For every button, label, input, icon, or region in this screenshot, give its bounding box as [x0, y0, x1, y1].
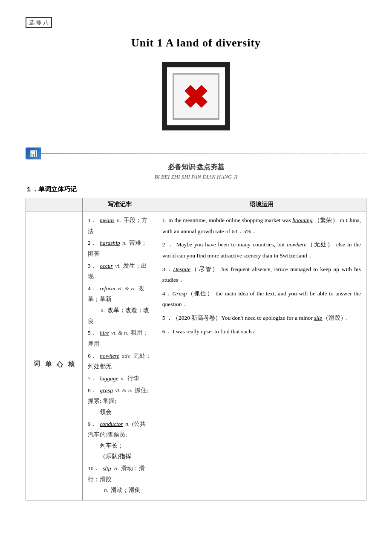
vocab-item-2: 2． hardship n. 苦难；困苦	[88, 237, 152, 259]
col-empty-header	[26, 198, 83, 211]
context-item-2: 2 ． Maybe you have been to many countrie…	[162, 239, 361, 261]
col2-header: 语境运用	[157, 198, 366, 211]
vocab-item-7: 7． luggage n. 行李	[88, 373, 152, 384]
vocab-item-6: 6． nowhere adv. 无处；到处都无	[88, 350, 152, 372]
header-stamp: 选 修 八	[26, 17, 366, 28]
section-icon: 📊	[26, 147, 41, 159]
fill-grasp: Grasp	[172, 290, 187, 297]
vocab-item-3: 3． occur vi. 发生；出现	[88, 260, 152, 282]
vocab-word-2: hardship	[100, 240, 120, 246]
context-item-5: 5 ．（2020·新高考卷）You don't need to apologiz…	[162, 312, 361, 324]
col1-header: 写准记牢	[83, 198, 157, 211]
fill-despite: Despite	[173, 266, 190, 272]
section-icon-symbol: 📊	[30, 150, 37, 157]
vocab-table: 写准记牢 语境运用 核心单词 1． means n. 手段；方法 2． hard…	[26, 198, 366, 500]
row-header-label: 核心单词	[26, 211, 83, 500]
context-item-4: 4．Grasp（抓住） the main idea of the text, a…	[162, 288, 361, 310]
vocab-word-3: occur	[100, 263, 113, 269]
vocab-item-8: 8． grasp vt. & n. 抓住; 抓紧; 掌握; 领会	[88, 385, 152, 418]
vocab-row: 核心单词 1． means n. 手段；方法 2． hardship n. 苦难…	[26, 211, 366, 500]
context-cell: 1. In the meantime, mobile online shoppi…	[157, 211, 366, 500]
section-title-cn: 必备知识·盘点夯基	[26, 163, 366, 172]
book-image-inner	[173, 73, 219, 120]
vocab-item-9: 9． conductor n. (公共汽车的)售票员; 列车长； （乐队)指挥	[88, 419, 152, 462]
section-subtitle: BI BEI ZHI SHI PAN DIAN HANG JI	[26, 173, 366, 180]
vocab-word-7: luggage	[100, 375, 118, 382]
vocab-word-10: slip	[103, 465, 111, 471]
context-item-3: 3．Despite（尽管） his frequent absence, Bruc…	[162, 264, 361, 286]
red-x-icon	[183, 84, 209, 109]
subsection-title: １．单词立体巧记	[26, 185, 366, 194]
vocab-item-1: 1． means n. 手段；方法	[88, 215, 152, 237]
page-title: Unit 1 A land of diversity	[26, 37, 366, 49]
fill-slip: slip	[314, 315, 323, 321]
book-image	[162, 62, 230, 130]
vocab-word-8: grasp	[100, 387, 113, 393]
vocab-word-9: conductor	[100, 421, 123, 427]
vocab-item-5: 5． hire vt. & n. 租用；雇用	[88, 327, 152, 349]
vocab-item-4: 4． reform vt. & vi. 改革；革新 n. 改革；改造；改良	[88, 283, 152, 327]
book-image-container	[26, 62, 366, 130]
vocab-word-6: nowhere	[100, 353, 119, 359]
fill-booming: booming	[292, 217, 312, 223]
vocab-word-1: means	[100, 217, 115, 223]
context-text: 1. In the meantime, mobile online shoppi…	[162, 215, 361, 337]
fill-nowhere: nowhere	[287, 241, 306, 248]
context-item-1: 1. In the meantime, mobile online shoppi…	[162, 215, 361, 237]
vocab-list-cell: 1． means n. 手段；方法 2． hardship n. 苦难；困苦 3…	[83, 211, 157, 500]
context-item-6: 6． I was really upset to find that such …	[162, 326, 361, 337]
section-header-bar: 📊	[26, 147, 366, 159]
section-header-line	[41, 153, 366, 154]
vocab-word-4: reform	[100, 285, 115, 292]
stamp-box: 选 修 八	[26, 17, 52, 28]
vocab-word-5: hire	[100, 330, 109, 336]
vocab-item-10: 10． slip vi. 滑动；滑行；滑跤 n. 滑动；滑倒	[88, 463, 152, 496]
